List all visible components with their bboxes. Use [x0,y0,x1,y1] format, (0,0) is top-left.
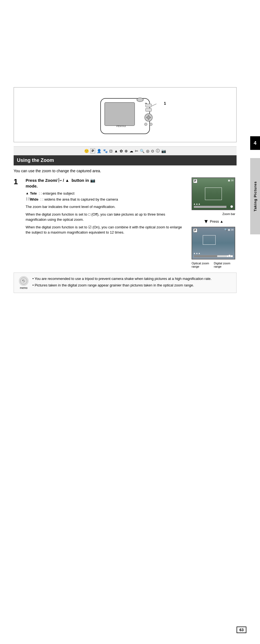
section-title: Using the Zoom [17,158,54,163]
icon-fire: ⊕ [125,149,128,153]
icons-strip: 🙂 P 👤 🐾 ⊡ ▲ ✿ ⊕ ☁ ✄ 🔍 ◎ ⊙ ⓘ 📷 [14,146,237,155]
memo-bullet-2: Pictures taken in the digital zoom range… [32,283,211,288]
icon-info: ⓘ [156,149,160,153]
screen-top-right-bottom: 🔍 ▣ 38 [224,228,234,231]
screen-top-right-top: ▣ 38 [228,179,234,182]
svg-point-13 [150,123,152,126]
zoom-bar-label: Zoom bar [192,212,235,216]
memo-label: memo [20,286,28,289]
page-number: 63 [237,627,246,633]
focus-box-bottom [203,235,216,245]
zoom-icon: 🔍 [224,228,227,231]
mountain-icons-top: ▲▲▲ [193,202,201,205]
icon-target: ⊙ [151,149,154,153]
digital-zoom-on-text: When the digital zoom function is set to… [26,225,186,235]
press-arrow-container: ▼ Press ▲ [203,218,223,225]
svg-rect-1 [105,102,135,126]
screen-content-top: P ▣ 38 ▲▲▲ [192,178,235,210]
svg-point-17 [22,280,23,280]
page-container: Taking Pictures 4 PENTAX [0,0,260,644]
main-content: PENTAX [0,0,250,298]
chapter-tab: Taking Pictures [250,158,260,234]
step-title: Press the Zoom/⏐⏑ / ▲ button in 📷mode. [26,177,186,189]
icon-scissors: ✄ [135,149,138,153]
top-camera-screen: P ▣ 38 ▲▲▲ [192,177,235,210]
wide-desc: : widens the area that is captured by th… [42,197,118,201]
icon-camera-mode: 📷 [161,149,166,153]
bullet-tele: Tele : : enlarges the subject [26,191,186,196]
icon-frame: ⊡ [109,149,113,153]
icon-mountain: ▲ [114,149,118,153]
icon-flower: ✿ [120,149,123,153]
p-badge-bottom: P [193,228,197,232]
zoom-bar-optical [194,255,217,257]
step-content-inner: Press the Zoom/⏐⏑ / ▲ button in 📷mode. T… [26,177,237,268]
step-content: Press the Zoom/⏐⏑ / ▲ button in 📷mode. T… [26,177,237,268]
wide-label: Wide [30,197,38,201]
memo-graphic [19,276,29,286]
zoom-bar-text: The zoom bar indicates the current level… [26,204,186,210]
icon-circle: ◎ [146,149,149,153]
svg-point-16 [20,278,27,284]
memo-icon: memo [18,276,29,289]
arrow-down-icon: ▼ [203,218,209,225]
zoom-bar-digital [217,255,227,257]
svg-point-7 [147,116,150,119]
svg-rect-4 [146,104,152,107]
camera-svg: PENTAX [92,93,158,137]
section-header: Using the Zoom [14,155,237,165]
camera-diagram-box: PENTAX [14,87,237,142]
tele-label: Tele [30,191,37,195]
chapter-title: Taking Pictures [253,181,257,211]
zoom-bar-strip [194,255,233,257]
camera-label-1: 1 [164,101,166,105]
svg-point-12 [144,123,147,126]
shots-count: 38 [231,179,234,182]
zoom-indicator-top [230,205,233,208]
svg-rect-5 [146,108,152,111]
step-bullets: Tele : : enlarges the subject Wide : : w… [26,191,186,202]
icon-cloud: ☁ [129,149,133,153]
focus-box-top [205,188,222,200]
step-text: Press the Zoom/⏐⏑ / ▲ button in 📷mode. T… [26,177,186,268]
p-badge-top: P [193,179,197,183]
tele-desc: : enlarges the subject [41,191,75,195]
battery-icon-bottom: ▣ [228,228,230,231]
bottom-camera-screen: P 🔍 ▣ 38 ▲▲▲ [192,227,235,259]
camera-diagram: PENTAX [92,93,158,137]
svg-text:PENTAX: PENTAX [116,125,126,128]
step-number: 1 [14,178,22,268]
screen-content-bottom: P 🔍 ▣ 38 ▲▲▲ [192,227,235,259]
step-images: P ▣ 38 ▲▲▲ Zoom bar [190,177,237,268]
zoom-indicator-bottom [228,255,231,257]
digital-zoom-off-text: When the digital zoom function is set to… [26,212,186,222]
memo-svg [20,277,28,285]
icon-face: 🙂 [84,149,89,153]
icon-zoom: 🔍 [140,149,144,153]
icon-p: P [90,148,95,153]
bullet-wide: Wide : : widens the area that is capture… [26,197,186,202]
battery-icon: ▣ [228,179,230,182]
shots-count-bottom: 38 [231,228,234,231]
zoom-labels: Optical zoom range Digital zoom range [192,262,235,268]
intro-text: You can use the zoom to change the captu… [14,169,237,173]
svg-line-15 [152,104,156,106]
zoom-bar-simple [194,206,226,208]
memo-bullet-1: You are recommended to use a tripod to p… [32,276,211,282]
mountain-icons-bottom: ▲▲▲ [193,252,201,255]
icon-paw: 🐾 [103,149,108,153]
chapter-number: 4 [250,136,260,150]
memo-text: You are recommended to use a tripod to p… [32,276,211,289]
optical-zoom-label: Optical zoom range [192,262,214,268]
top-space [14,5,237,87]
svg-point-3 [137,98,143,102]
icon-portrait: 👤 [97,149,101,153]
digital-zoom-label: Digital zoom range [214,262,235,268]
step-1-container: 1 Press the Zoom/⏐⏑ / ▲ button in 📷mode.… [14,177,237,268]
memo-box: memo You are recommended to use a tripod… [14,273,237,293]
press-label: Press ▲ [210,219,223,223]
